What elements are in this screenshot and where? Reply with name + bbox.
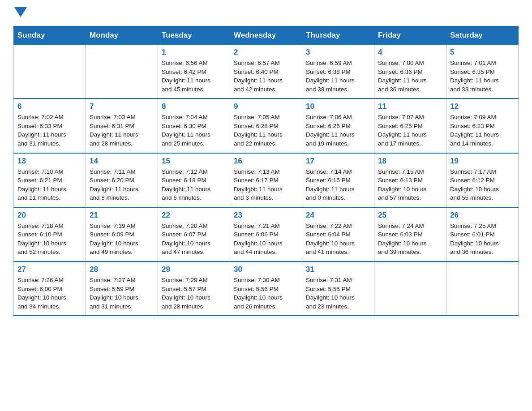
- calendar-cell: [446, 261, 519, 316]
- cell-day-number: 10: [306, 102, 370, 111]
- calendar-week-row: 27Sunrise: 7:26 AMSunset: 6:00 PMDayligh…: [14, 261, 519, 316]
- cell-day-number: 4: [378, 48, 442, 57]
- calendar-cell: 31Sunrise: 7:31 AMSunset: 5:55 PMDayligh…: [302, 261, 374, 316]
- cell-day-number: 23: [234, 211, 298, 220]
- cell-day-number: 14: [90, 157, 154, 166]
- cell-info: Sunrise: 7:17 AMSunset: 6:12 PMDaylight:…: [450, 167, 515, 202]
- cell-info: Sunrise: 7:12 AMSunset: 6:18 PMDaylight:…: [162, 167, 226, 202]
- calendar-cell: 24Sunrise: 7:22 AMSunset: 6:04 PMDayligh…: [302, 207, 374, 261]
- cell-info: Sunrise: 7:11 AMSunset: 6:20 PMDaylight:…: [90, 167, 154, 202]
- calendar-cell: 7Sunrise: 7:03 AMSunset: 6:31 PMDaylight…: [86, 98, 158, 153]
- cell-info: Sunrise: 7:18 AMSunset: 6:10 PMDaylight:…: [17, 222, 82, 257]
- logo-triangle-icon: [14, 7, 27, 17]
- calendar-cell: 13Sunrise: 7:10 AMSunset: 6:21 PMDayligh…: [14, 153, 86, 207]
- cell-info: Sunrise: 7:01 AMSunset: 6:35 PMDaylight:…: [450, 59, 515, 94]
- cell-info: Sunrise: 7:14 AMSunset: 6:15 PMDaylight:…: [306, 167, 370, 202]
- cell-info: Sunrise: 7:02 AMSunset: 6:33 PMDaylight:…: [17, 113, 82, 148]
- cell-day-number: 15: [162, 157, 226, 166]
- calendar-header-row: SundayMondayTuesdayWednesdayThursdayFrid…: [14, 26, 519, 45]
- calendar-cell: [14, 45, 86, 99]
- cell-day-number: 8: [162, 102, 226, 111]
- day-header-saturday: Saturday: [446, 26, 519, 45]
- calendar-cell: 22Sunrise: 7:20 AMSunset: 6:07 PMDayligh…: [158, 207, 230, 261]
- cell-info: Sunrise: 7:15 AMSunset: 6:13 PMDaylight:…: [378, 167, 442, 202]
- cell-day-number: 18: [378, 157, 442, 166]
- calendar-cell: 30Sunrise: 7:30 AMSunset: 5:56 PMDayligh…: [230, 261, 302, 316]
- calendar-cell: 4Sunrise: 7:00 AMSunset: 6:36 PMDaylight…: [374, 45, 446, 99]
- cell-day-number: 28: [90, 265, 154, 274]
- calendar-cell: 16Sunrise: 7:13 AMSunset: 6:17 PMDayligh…: [230, 153, 302, 207]
- cell-day-number: 29: [162, 265, 226, 274]
- calendar-cell: 5Sunrise: 7:01 AMSunset: 6:35 PMDaylight…: [446, 45, 519, 99]
- calendar-cell: 1Sunrise: 6:56 AMSunset: 6:42 PMDaylight…: [158, 45, 230, 99]
- calendar-cell: 14Sunrise: 7:11 AMSunset: 6:20 PMDayligh…: [86, 153, 158, 207]
- day-header-wednesday: Wednesday: [230, 26, 302, 45]
- calendar-week-row: 6Sunrise: 7:02 AMSunset: 6:33 PMDaylight…: [14, 98, 519, 153]
- cell-day-number: 25: [378, 211, 442, 220]
- cell-info: Sunrise: 7:00 AMSunset: 6:36 PMDaylight:…: [378, 59, 442, 94]
- cell-day-number: 1: [162, 48, 226, 57]
- cell-day-number: 2: [234, 48, 298, 57]
- cell-info: Sunrise: 7:19 AMSunset: 6:09 PMDaylight:…: [90, 222, 154, 257]
- cell-day-number: 19: [450, 157, 515, 166]
- calendar-cell: 20Sunrise: 7:18 AMSunset: 6:10 PMDayligh…: [14, 207, 86, 261]
- calendar-cell: 8Sunrise: 7:04 AMSunset: 6:30 PMDaylight…: [158, 98, 230, 153]
- calendar-cell: 3Sunrise: 6:59 AMSunset: 6:38 PMDaylight…: [302, 45, 374, 99]
- calendar-cell: 19Sunrise: 7:17 AMSunset: 6:12 PMDayligh…: [446, 153, 519, 207]
- calendar-cell: 9Sunrise: 7:05 AMSunset: 6:28 PMDaylight…: [230, 98, 302, 153]
- cell-day-number: 17: [306, 157, 370, 166]
- calendar-cell: [374, 261, 446, 316]
- cell-info: Sunrise: 7:26 AMSunset: 6:00 PMDaylight:…: [17, 276, 82, 311]
- cell-info: Sunrise: 7:24 AMSunset: 6:03 PMDaylight:…: [378, 222, 442, 257]
- cell-day-number: 3: [306, 48, 370, 57]
- cell-day-number: 20: [17, 211, 82, 220]
- calendar-cell: 12Sunrise: 7:09 AMSunset: 6:23 PMDayligh…: [446, 98, 519, 153]
- logo: [13, 9, 27, 18]
- calendar-cell: 17Sunrise: 7:14 AMSunset: 6:15 PMDayligh…: [302, 153, 374, 207]
- calendar-cell: 10Sunrise: 7:06 AMSunset: 6:26 PMDayligh…: [302, 98, 374, 153]
- cell-day-number: 21: [90, 211, 154, 220]
- day-header-monday: Monday: [86, 26, 158, 45]
- cell-day-number: 24: [306, 211, 370, 220]
- cell-info: Sunrise: 7:30 AMSunset: 5:56 PMDaylight:…: [234, 276, 298, 311]
- calendar-cell: 27Sunrise: 7:26 AMSunset: 6:00 PMDayligh…: [14, 261, 86, 316]
- cell-day-number: 11: [378, 102, 442, 111]
- cell-day-number: 26: [450, 211, 515, 220]
- cell-info: Sunrise: 7:21 AMSunset: 6:06 PMDaylight:…: [234, 222, 298, 257]
- cell-day-number: 27: [17, 265, 82, 274]
- calendar-cell: 11Sunrise: 7:07 AMSunset: 6:25 PMDayligh…: [374, 98, 446, 153]
- cell-day-number: 22: [162, 211, 226, 220]
- cell-info: Sunrise: 6:57 AMSunset: 6:40 PMDaylight:…: [234, 59, 298, 94]
- calendar-cell: 25Sunrise: 7:24 AMSunset: 6:03 PMDayligh…: [374, 207, 446, 261]
- day-header-sunday: Sunday: [14, 26, 86, 45]
- calendar-cell: 15Sunrise: 7:12 AMSunset: 6:18 PMDayligh…: [158, 153, 230, 207]
- calendar-week-row: 20Sunrise: 7:18 AMSunset: 6:10 PMDayligh…: [14, 207, 519, 261]
- cell-day-number: 30: [234, 265, 298, 274]
- cell-info: Sunrise: 7:13 AMSunset: 6:17 PMDaylight:…: [234, 167, 298, 202]
- cell-info: Sunrise: 7:09 AMSunset: 6:23 PMDaylight:…: [450, 113, 515, 148]
- calendar-cell: 21Sunrise: 7:19 AMSunset: 6:09 PMDayligh…: [86, 207, 158, 261]
- cell-day-number: 9: [234, 102, 298, 111]
- calendar-cell: [86, 45, 158, 99]
- cell-info: Sunrise: 7:10 AMSunset: 6:21 PMDaylight:…: [17, 167, 82, 202]
- cell-info: Sunrise: 7:22 AMSunset: 6:04 PMDaylight:…: [306, 222, 370, 257]
- cell-info: Sunrise: 7:03 AMSunset: 6:31 PMDaylight:…: [90, 113, 154, 148]
- cell-day-number: 31: [306, 265, 370, 274]
- calendar-table: SundayMondayTuesdayWednesdayThursdayFrid…: [13, 26, 519, 316]
- cell-info: Sunrise: 6:56 AMSunset: 6:42 PMDaylight:…: [162, 59, 226, 94]
- cell-info: Sunrise: 7:27 AMSunset: 5:59 PMDaylight:…: [90, 276, 154, 311]
- cell-info: Sunrise: 7:20 AMSunset: 6:07 PMDaylight:…: [162, 222, 226, 257]
- calendar-cell: 28Sunrise: 7:27 AMSunset: 5:59 PMDayligh…: [86, 261, 158, 316]
- cell-info: Sunrise: 7:31 AMSunset: 5:55 PMDaylight:…: [306, 276, 370, 311]
- cell-day-number: 12: [450, 102, 515, 111]
- cell-info: Sunrise: 7:07 AMSunset: 6:25 PMDaylight:…: [378, 113, 442, 148]
- cell-info: Sunrise: 7:25 AMSunset: 6:01 PMDaylight:…: [450, 222, 515, 257]
- cell-day-number: 5: [450, 48, 515, 57]
- cell-day-number: 6: [17, 102, 82, 111]
- cell-info: Sunrise: 7:05 AMSunset: 6:28 PMDaylight:…: [234, 113, 298, 148]
- page-header: [13, 9, 519, 18]
- cell-day-number: 7: [90, 102, 154, 111]
- calendar-cell: 26Sunrise: 7:25 AMSunset: 6:01 PMDayligh…: [446, 207, 519, 261]
- calendar-week-row: 13Sunrise: 7:10 AMSunset: 6:21 PMDayligh…: [14, 153, 519, 207]
- day-header-friday: Friday: [374, 26, 446, 45]
